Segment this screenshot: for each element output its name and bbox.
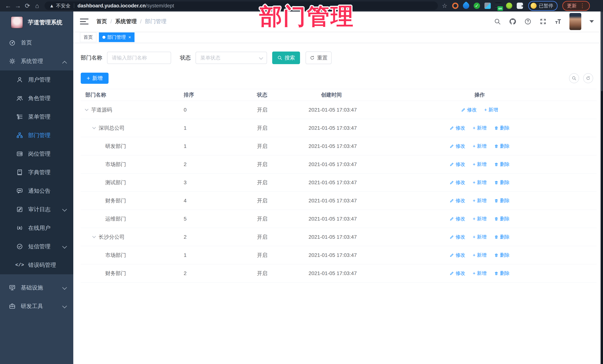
sidebar: 芋道管理系统 首页 系统管理 用户管理 bbox=[0, 11, 73, 364]
delete-link[interactable]: 删除 bbox=[494, 125, 510, 131]
sidebar-item-dept-management[interactable]: 部门管理 bbox=[0, 126, 73, 144]
font-size-icon[interactable] bbox=[554, 17, 562, 26]
add-link[interactable]: +新增 bbox=[473, 179, 487, 186]
add-button[interactable]: + 新增 bbox=[81, 73, 109, 84]
sidebar-item-notice[interactable]: 通知公告 bbox=[0, 182, 73, 200]
dept-name-input[interactable]: 请输入部门名称 bbox=[107, 52, 171, 64]
edit-link[interactable]: 修改 bbox=[450, 125, 465, 131]
chevron-down-icon bbox=[62, 207, 67, 211]
sidebar-item-dict-management[interactable]: 字典管理 bbox=[0, 163, 73, 182]
dept-created: 2021-01-05 17:03:47 bbox=[307, 180, 429, 186]
sidebar-item-post-management[interactable]: 岗位管理 bbox=[0, 144, 73, 163]
add-link[interactable]: +新增 bbox=[484, 107, 498, 113]
sidebar-collapse-icon[interactable] bbox=[80, 18, 89, 25]
add-link[interactable]: +新增 bbox=[473, 125, 487, 131]
browser-menu-kebab-icon[interactable]: ⋮ bbox=[580, 4, 585, 7]
sidebar-item-menu-management[interactable]: 菜单管理 bbox=[0, 108, 73, 126]
browser-scrollbar[interactable] bbox=[601, 11, 603, 364]
delete-link[interactable]: 删除 bbox=[494, 234, 510, 240]
reset-button[interactable]: 重置 bbox=[306, 52, 332, 64]
plus-icon: + bbox=[484, 107, 487, 113]
fullscreen-icon[interactable] bbox=[539, 17, 547, 26]
add-link[interactable]: +新增 bbox=[473, 234, 487, 240]
sidebar-item-dev-tools[interactable]: 研发工具 bbox=[0, 297, 73, 315]
extension-plant-icon[interactable] bbox=[506, 3, 512, 9]
delete-link[interactable]: 删除 bbox=[494, 161, 510, 167]
paused-badge[interactable]: 已暂停 bbox=[528, 1, 557, 11]
add-link[interactable]: +新增 bbox=[473, 197, 487, 204]
extension-grid-icon[interactable] bbox=[485, 3, 491, 9]
security-badge[interactable]: ▲不安全 bbox=[49, 3, 70, 9]
sidebar-item-error-code[interactable]: </> 错误码管理 bbox=[0, 256, 73, 274]
sidebar-item-sms-management[interactable]: 短信管理 bbox=[0, 237, 73, 256]
table-header-row: 部门名称 排序 状态 创建时间 操作 bbox=[81, 89, 596, 101]
sidebar-item-role-management[interactable]: 角色管理 bbox=[0, 89, 73, 108]
extension-switch-icon[interactable]: on bbox=[495, 3, 501, 9]
edit-link[interactable]: 修改 bbox=[450, 143, 465, 149]
tag-home[interactable]: 首页 bbox=[80, 33, 96, 42]
edit-link[interactable]: 修改 bbox=[450, 234, 465, 240]
edit-link[interactable]: 修改 bbox=[450, 179, 465, 186]
sidebar-item-online-users[interactable]: 在线用户 bbox=[0, 219, 73, 237]
bookmark-star-icon[interactable]: ☆ bbox=[442, 2, 447, 9]
browser-forward-button[interactable]: → bbox=[13, 1, 23, 10]
expand-arrow-icon[interactable] bbox=[92, 234, 96, 238]
delete-link[interactable]: 删除 bbox=[494, 179, 510, 186]
status-select[interactable]: 菜单状态 bbox=[196, 52, 267, 64]
sidebar-item-infrastructure[interactable]: 基础设施 bbox=[0, 278, 73, 297]
tag-dept-management[interactable]: 部门管理 × bbox=[99, 33, 135, 42]
extensions-puzzle-icon[interactable] bbox=[517, 3, 523, 9]
gear-icon bbox=[9, 57, 16, 65]
dept-created: 2021-01-05 17:03:47 bbox=[307, 234, 429, 240]
delete-link[interactable]: 删除 bbox=[494, 197, 510, 204]
extension-ring-icon[interactable] bbox=[452, 3, 458, 9]
user-menu-caret-icon[interactable] bbox=[590, 20, 594, 23]
toggle-search-button[interactable] bbox=[569, 73, 579, 83]
search-button[interactable]: 搜索 bbox=[272, 52, 300, 64]
add-link[interactable]: +新增 bbox=[473, 252, 487, 258]
sidebar-item-audit-log[interactable]: 审计日志 bbox=[0, 200, 73, 219]
scrollbar-thumb[interactable] bbox=[601, 11, 603, 91]
browser-back-button[interactable]: ← bbox=[3, 1, 13, 10]
table-row: 测试部门 3 开启 2021-01-05 17:03:47 修改 +新增 删除 bbox=[81, 174, 596, 192]
add-link[interactable]: +新增 bbox=[473, 216, 487, 222]
browser-update-button[interactable]: 更新 ⋮ bbox=[562, 1, 590, 11]
edit-link[interactable]: 修改 bbox=[450, 270, 465, 276]
refresh-button[interactable] bbox=[583, 73, 593, 83]
edit-link[interactable]: 修改 bbox=[450, 216, 465, 222]
add-link[interactable]: +新增 bbox=[473, 270, 487, 276]
help-icon[interactable] bbox=[524, 17, 532, 26]
expand-arrow-icon[interactable] bbox=[85, 107, 89, 111]
search-icon[interactable] bbox=[493, 17, 501, 26]
delete-link[interactable]: 删除 bbox=[494, 252, 510, 258]
status-label: 状态 bbox=[180, 54, 191, 62]
github-icon[interactable] bbox=[509, 17, 517, 26]
close-tag-icon[interactable]: × bbox=[128, 35, 131, 40]
sidebar-item-system-management[interactable]: 系统管理 bbox=[0, 52, 73, 70]
add-link[interactable]: +新增 bbox=[473, 143, 487, 149]
delete-link[interactable]: 删除 bbox=[494, 216, 510, 222]
app-logo-row[interactable]: 芋道管理系统 bbox=[0, 11, 73, 33]
edit-link[interactable]: 修改 bbox=[450, 252, 465, 258]
dept-created: 2021-01-05 17:03:47 bbox=[307, 270, 429, 276]
dept-name: 财务部门 bbox=[105, 270, 126, 277]
expand-arrow-icon[interactable] bbox=[92, 125, 96, 129]
edit-link[interactable]: 修改 bbox=[450, 197, 465, 204]
add-link[interactable]: +新增 bbox=[473, 161, 487, 167]
delete-link[interactable]: 删除 bbox=[494, 143, 510, 149]
dept-created: 2021-01-05 17:03:47 bbox=[307, 125, 429, 131]
extension-check-icon[interactable]: ✓ bbox=[474, 3, 480, 9]
address-bar[interactable]: ▲不安全 dashboard.yudao.iocoder.cn/system/d… bbox=[45, 1, 438, 10]
dept-created: 2021-01-05 17:03:47 bbox=[307, 252, 429, 258]
breadcrumb-home[interactable]: 首页 bbox=[96, 18, 107, 25]
edit-link[interactable]: 修改 bbox=[461, 107, 477, 113]
extension-drop-icon[interactable] bbox=[462, 1, 471, 10]
browser-reload-button[interactable]: ⟳ bbox=[23, 1, 32, 10]
delete-link[interactable]: 删除 bbox=[494, 270, 510, 276]
sidebar-item-user-management[interactable]: 用户管理 bbox=[0, 70, 73, 89]
sidebar-item-home[interactable]: 首页 bbox=[0, 33, 73, 52]
breadcrumb-system[interactable]: 系统管理 bbox=[115, 18, 137, 25]
edit-link[interactable]: 修改 bbox=[450, 161, 465, 167]
user-avatar[interactable] bbox=[569, 13, 581, 30]
browser-home-button[interactable]: ⌂ bbox=[32, 1, 42, 10]
